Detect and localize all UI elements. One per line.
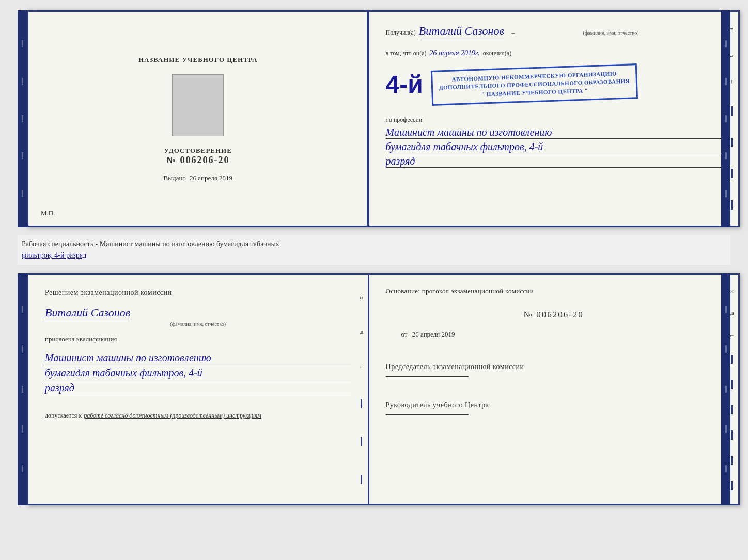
qual-edge-л: ← (359, 364, 364, 370)
binding-mark-r4 (725, 152, 727, 159)
ql-binding-4 (22, 425, 23, 433)
edge-dash-1 (731, 106, 733, 116)
binding-mark-r2 (725, 78, 727, 85)
qual-prof-line2: бумагидля табачных фильтров, 4-й (45, 365, 351, 380)
edge-dash-4 (731, 200, 733, 210)
profession-line3: разряд (386, 155, 722, 168)
right-binding (721, 10, 730, 227)
cert-photo (172, 74, 224, 136)
qual-r-edge-dash-4 (731, 430, 733, 440)
chairman-title: Председатель экзаменационной комиссии (386, 361, 722, 372)
binding-mark-1 (22, 40, 23, 47)
qr-binding-1 (725, 306, 727, 313)
qr-binding-4 (725, 425, 727, 433)
cert-mp-label: М.П. (41, 209, 55, 217)
large-number-section: 4-й АВТОНОМНУЮ НЕКОММЕРЧЕСКУЮ ОРГАНИЗАЦИ… (386, 65, 722, 104)
binding-mark-r5 (725, 190, 727, 197)
profession-prefix: по профессии (386, 116, 423, 123)
qual-edge-а: ,а (360, 329, 364, 335)
qual-prof-line3: разряд (45, 380, 351, 395)
qual-right-binding (721, 273, 730, 505)
cert-right-page: Получил(а) Виталий Сазонов – (фамилия, и… (369, 12, 738, 226)
qual-edge-dash-3 (361, 475, 362, 484)
recipient-label: (фамилия, имя, отчество) (583, 30, 639, 36)
qual-r-edge-dash-5 (731, 456, 733, 465)
date-section: от 26 апреля 2019 (401, 330, 722, 339)
issued-label: Выдано (164, 174, 186, 182)
admission-section: допускается к работе согласно должностны… (45, 412, 351, 420)
large-number: 4-й (386, 72, 423, 97)
qual-left-binding (18, 273, 27, 505)
qual-book-wrapper: Решением экзаменационной комиссии Витали… (18, 273, 730, 505)
finished-label: окончил(а) (483, 49, 511, 58)
binding-mark-4 (22, 152, 23, 159)
qual-right-page: Основание: протокол экзаменационной коми… (369, 275, 738, 504)
qr-binding-2 (725, 345, 727, 353)
chairman-section: Председатель экзаменационной комиссии (386, 361, 722, 377)
qr-binding-5 (725, 465, 727, 472)
recipient-name: Виталий Сазонов (419, 24, 504, 39)
binding-mark-r3 (725, 115, 727, 122)
cert-recipient-section: Получил(а) Виталий Сазонов – (фамилия, и… (386, 24, 722, 39)
ql-binding-5 (22, 465, 23, 472)
qual-edge-dash-1 (361, 399, 362, 408)
qual-r-edge-dash-2 (731, 380, 733, 389)
director-signature-line (386, 414, 469, 415)
date-handwritten: 26 апреля 2019г. (430, 49, 480, 57)
received-prefix: Получил(а) (386, 28, 416, 37)
director-title: Руководитель учебного Центра (386, 399, 722, 410)
qr-binding-3 (725, 386, 727, 393)
ql-binding-1 (22, 306, 23, 313)
cert-left-page: НАЗВАНИЕ УЧЕБНОГО ЦЕНТРА УДОСТОВЕРЕНИЕ №… (28, 12, 369, 226)
qual-person-name: Виталий Сазонов (45, 306, 130, 321)
admission-text: работе согласно должностным (производств… (84, 412, 261, 420)
qual-r-edge-dash-6 (731, 481, 733, 490)
protocol-number: № 006206-20 (524, 310, 584, 319)
stamp: АВТОНОМНУЮ НЕКОММЕРЧЕСКУЮ ОРГАНИЗАЦИЮ ДО… (431, 63, 638, 106)
issued-date: 26 апреля 2019 (190, 174, 232, 182)
date-prefix: от (401, 330, 408, 338)
left-binding (18, 10, 27, 227)
protocol-number-section: № 006206-20 (386, 310, 722, 320)
director-section: Руководитель учебного Центра (386, 399, 722, 415)
cert-title-label: УДОСТОВЕРЕНИЕ (164, 147, 232, 155)
cert-book-wrapper: НАЗВАНИЕ УЧЕБНОГО ЦЕНТРА УДОСТОВЕРЕНИЕ №… (18, 10, 730, 227)
date-value: 26 апреля 2019 (412, 330, 455, 338)
binding-mark-r1 (725, 40, 727, 47)
qual-r-edge-dash-1 (731, 355, 733, 364)
qual-person-label: (фамилия, имя, отчество) (45, 321, 351, 327)
qual-r-edge-а: ,а (730, 310, 734, 316)
cert-school-title: НАЗВАНИЕ УЧЕБНОГО ЦЕНТРА (138, 56, 258, 64)
admission-prefix: допускается к (45, 412, 82, 420)
qual-profession-section: Машинист машины по изготовлению бумагидл… (45, 350, 351, 395)
profession-line1: Машинист машины по изготовлению (386, 126, 722, 139)
info-text-underline: фильтров, 4-й разряд (22, 251, 86, 259)
qual-r-edge-и: и (730, 287, 734, 294)
info-strip: Рабочая специальность - Машинист машины … (18, 235, 730, 265)
chairman-signature-line (386, 376, 469, 377)
qual-person-section: Виталий Сазонов (фамилия, имя, отчество) (45, 306, 351, 327)
document-container: НАЗВАНИЕ УЧЕБНОГО ЦЕНТРА УДОСТОВЕРЕНИЕ №… (18, 10, 730, 505)
cert-issued-line: Выдано 26 апреля 2019 (164, 174, 232, 182)
qual-edge-и: и (360, 294, 363, 300)
qual-book: Решением экзаменационной комиссии Витали… (27, 273, 740, 505)
qual-r-edge-dash-3 (731, 405, 733, 414)
assigned-text: присвоена квалификация (45, 335, 351, 343)
qual-edge-dash-2 (361, 437, 362, 446)
decision-text: Решением экзаменационной комиссии (45, 287, 351, 298)
info-text-normal: Рабочая специальность - Машинист машины … (22, 240, 279, 248)
in-that-section: в том, что он(а) 26 апреля 2019г. окончи… (386, 49, 722, 58)
qual-prof-line1: Машинист машины по изготовлению (45, 350, 351, 365)
ql-binding-2 (22, 345, 23, 353)
binding-mark-3 (22, 115, 23, 122)
ql-binding-3 (22, 386, 23, 393)
in-that-prefix: в том, что он(а) (386, 49, 427, 58)
edge-dash-3 (731, 169, 733, 178)
cert-number: № 006206-20 (166, 155, 230, 166)
cert-book: НАЗВАНИЕ УЧЕБНОГО ЦЕНТРА УДОСТОВЕРЕНИЕ №… (27, 10, 740, 227)
profession-line2: бумагидля табачных фильтров, 4-й (386, 141, 722, 153)
binding-mark-5 (22, 190, 23, 197)
edge-dash-2 (731, 138, 733, 147)
binding-mark-2 (22, 78, 23, 85)
dash-1: – (511, 28, 515, 37)
